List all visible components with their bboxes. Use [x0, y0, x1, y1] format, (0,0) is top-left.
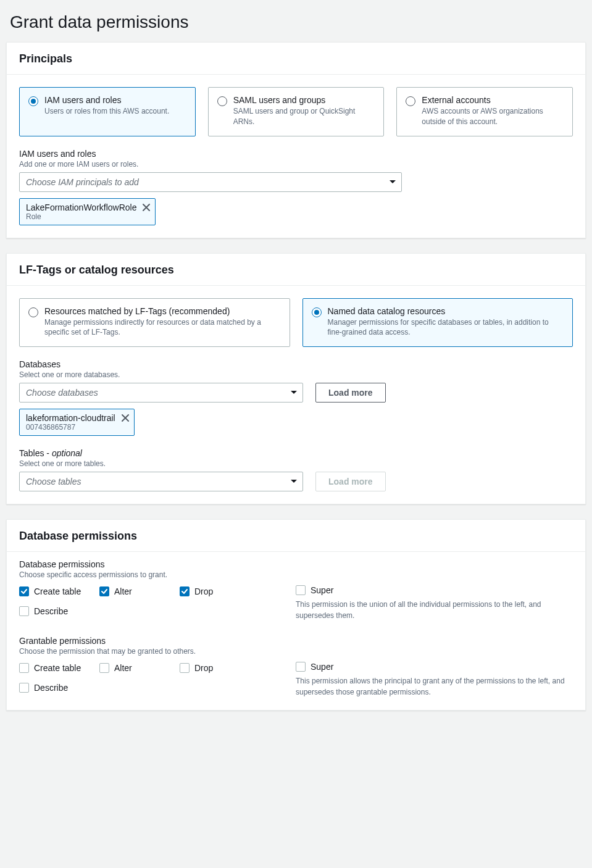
- remove-token-button[interactable]: [141, 202, 151, 212]
- iam-principal-token: LakeFormationWorkflowRole Role: [19, 198, 156, 225]
- checkbox-icon: [19, 586, 29, 596]
- checkbox-label: Super: [311, 585, 333, 595]
- checkbox-label: Create table: [34, 586, 81, 596]
- chevron-down-icon: [290, 389, 298, 396]
- grantable-perm-checkbox-alter[interactable]: Alter: [99, 662, 180, 674]
- catalog-mode-group: Resources matched by LF-Tags (recommende…: [19, 298, 573, 348]
- checkbox-label: Alter: [114, 663, 132, 673]
- page-title: Grant data permissions: [10, 12, 586, 32]
- tile-desc: AWS accounts or AWS organizations outsid…: [422, 106, 564, 127]
- database-token: lakeformation-cloudtrail 007436865787: [19, 409, 135, 436]
- tables-hint: Select one or more tables.: [19, 459, 573, 468]
- databases-label: Databases: [19, 359, 573, 369]
- tables-label: Tables - optional: [19, 448, 573, 458]
- tile-title: Named data catalog resources: [328, 306, 564, 316]
- checkbox-label: Super: [311, 662, 333, 672]
- tile-title: External accounts: [422, 95, 564, 105]
- databases-load-more-button[interactable]: Load more: [315, 383, 386, 403]
- tile-external-accounts[interactable]: External accounts AWS accounts or AWS or…: [396, 87, 573, 136]
- super-desc: This permission is the union of all the …: [296, 599, 573, 621]
- checkbox-label: Create table: [34, 663, 81, 673]
- checkbox-icon: [19, 606, 29, 616]
- db-perms-hint: Choose specific access permissions to gr…: [19, 570, 573, 579]
- radio-icon: [312, 307, 322, 317]
- principal-type-group: IAM users and roles Users or roles from …: [19, 87, 573, 136]
- tables-load-more-button[interactable]: Load more: [315, 472, 386, 491]
- iam-principals-placeholder: Choose IAM principals to add: [26, 177, 139, 187]
- databases-placeholder: Choose databases: [26, 388, 98, 398]
- checkbox-label: Describe: [34, 606, 68, 616]
- grantable-perm-checkbox-describe[interactable]: Describe: [19, 682, 99, 694]
- tile-iam-users-roles[interactable]: IAM users and roles Users or roles from …: [19, 87, 196, 136]
- tile-named-catalog[interactable]: Named data catalog resources Manager per…: [302, 298, 573, 348]
- checkbox-icon: [296, 585, 306, 595]
- checkbox-icon: [180, 586, 190, 596]
- tables-select[interactable]: Choose tables: [19, 472, 303, 491]
- radio-icon: [406, 96, 415, 106]
- checkbox-label: Describe: [34, 683, 68, 693]
- db-perm-checkbox-create-table[interactable]: Create table: [19, 585, 99, 598]
- principals-heading: Principals: [19, 52, 573, 65]
- principals-panel: Principals IAM users and roles Users or …: [6, 42, 586, 238]
- iam-principals-select[interactable]: Choose IAM principals to add: [19, 172, 402, 192]
- radio-icon: [28, 307, 38, 317]
- iam-field-label: IAM users and roles: [19, 149, 573, 159]
- token-sub: Role: [26, 212, 150, 221]
- db-perm-checkbox-alter[interactable]: Alter: [99, 585, 180, 598]
- radio-icon: [217, 96, 227, 106]
- super-grantable-desc: This permission allows the principal to …: [296, 675, 573, 698]
- checkbox-label: Drop: [194, 663, 213, 673]
- tile-desc: Manager permissions for specific databas…: [328, 317, 564, 338]
- token-label: LakeFormationWorkflowRole: [26, 202, 150, 212]
- db-perms-label: Database permissions: [19, 559, 573, 569]
- grantable-perms-hint: Choose the permission that may be grante…: [19, 647, 573, 656]
- chevron-down-icon: [290, 478, 298, 485]
- databases-hint: Select one or more databases.: [19, 370, 573, 379]
- radio-icon: [28, 96, 38, 106]
- checkbox-icon: [296, 662, 306, 672]
- tile-desc: SAML users and group or QuickSight ARNs.: [233, 106, 375, 127]
- tile-lf-tags[interactable]: Resources matched by LF-Tags (recommende…: [19, 298, 290, 348]
- tile-desc: Manage permissions indirectly for resour…: [44, 317, 281, 338]
- db-perm-checkbox-drop[interactable]: Drop: [180, 585, 260, 598]
- tile-title: Resources matched by LF-Tags (recommende…: [44, 306, 281, 316]
- databases-select[interactable]: Choose databases: [19, 383, 303, 403]
- checkbox-icon: [19, 663, 29, 673]
- tile-title: SAML users and groups: [233, 95, 375, 105]
- grantable-perm-checkbox-drop[interactable]: Drop: [180, 662, 260, 674]
- grantable-perms-label: Grantable permissions: [19, 636, 573, 646]
- checkbox-icon: [19, 683, 29, 693]
- checkbox-super-grantable[interactable]: Super: [296, 662, 573, 672]
- tile-desc: Users or roles from this AWS account.: [44, 106, 169, 117]
- db-perms-heading: Database permissions: [19, 530, 573, 543]
- tile-title: IAM users and roles: [44, 95, 169, 105]
- remove-token-button[interactable]: [120, 413, 130, 423]
- catalog-panel: LF-Tags or catalog resources Resources m…: [6, 253, 586, 505]
- iam-field-hint: Add one or more IAM users or roles.: [19, 160, 573, 169]
- checkbox-label: Drop: [194, 586, 213, 596]
- db-perm-checkbox-describe[interactable]: Describe: [19, 605, 99, 617]
- catalog-heading: LF-Tags or catalog resources: [19, 264, 573, 277]
- chevron-down-icon: [389, 178, 396, 186]
- grantable-perm-checkbox-create-table[interactable]: Create table: [19, 662, 99, 674]
- checkbox-label: Alter: [114, 586, 132, 596]
- token-sub: 007436865787: [26, 423, 129, 432]
- checkbox-icon: [99, 586, 109, 596]
- tile-saml-users-groups[interactable]: SAML users and groups SAML users and gro…: [208, 87, 385, 136]
- checkbox-icon: [180, 663, 190, 673]
- db-perms-panel: Database permissions Database permission…: [6, 519, 586, 711]
- token-label: lakeformation-cloudtrail: [26, 413, 129, 423]
- checkbox-super[interactable]: Super: [296, 585, 573, 595]
- checkbox-icon: [99, 663, 109, 673]
- tables-placeholder: Choose tables: [26, 477, 81, 486]
